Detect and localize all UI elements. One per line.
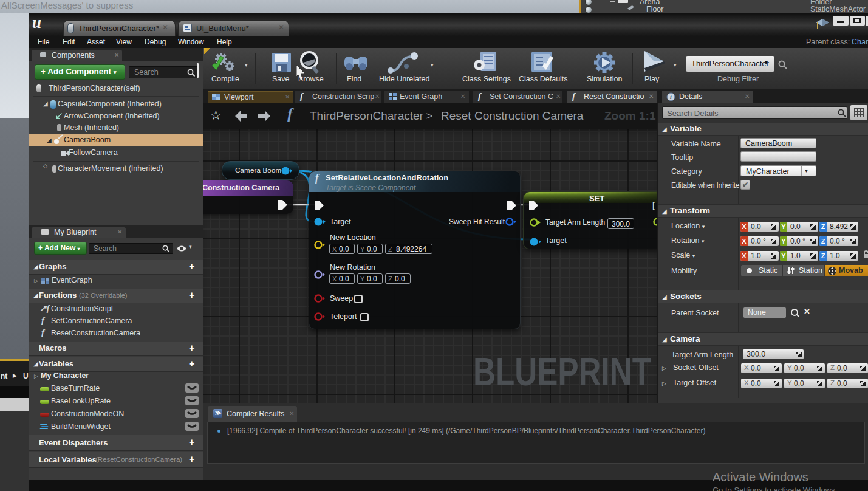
svg-text:i: i <box>670 94 672 100</box>
